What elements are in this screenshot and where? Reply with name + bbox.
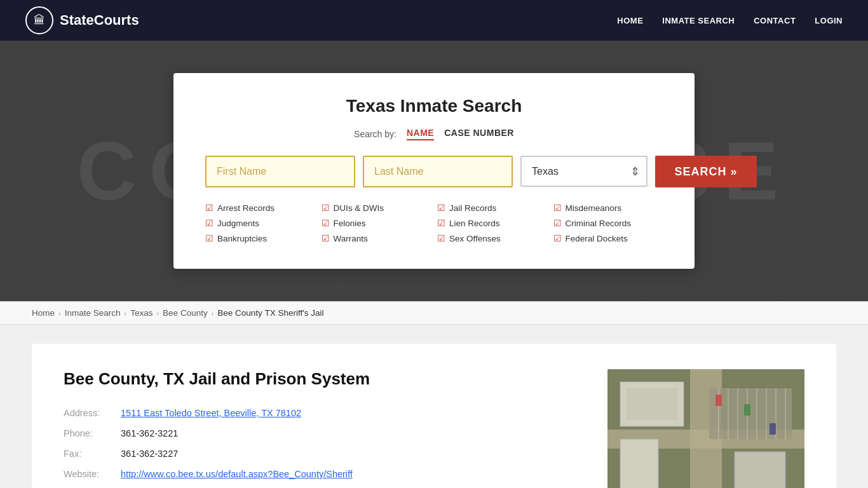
breadcrumb-current: Bee County TX Sheriff's Jail xyxy=(217,308,323,318)
state-select[interactable]: Texas Alabama Alaska California Florida … xyxy=(520,156,648,187)
logo[interactable]: 🏛 StateCourts xyxy=(25,6,139,34)
check-icon-3: ☑ xyxy=(322,203,330,213)
check-label-5: Warrants xyxy=(334,234,368,243)
check-icon-4: ☑ xyxy=(322,218,330,228)
svg-rect-19 xyxy=(744,404,750,416)
breadcrumb-sep-1: › xyxy=(58,309,61,317)
main-nav: HOME INMATE SEARCH CONTACT LOGIN xyxy=(617,16,843,25)
phone-value: 361-362-3221 xyxy=(121,428,178,438)
checkboxes-grid: ☑ Arrest Records ☑ DUIs & DWIs ☑ Jail Re… xyxy=(205,203,663,243)
tab-case-number[interactable]: CASE NUMBER xyxy=(444,128,514,140)
check-label-10: Criminal Records xyxy=(566,219,632,228)
check-arrest-records: ☑ Arrest Records xyxy=(205,203,315,213)
fax-row: Fax: 361-362-3227 xyxy=(64,449,508,459)
check-label-6: Jail Records xyxy=(449,203,496,213)
modal-title: Texas Inmate Search xyxy=(205,96,663,116)
check-warrants: ☑ Warrants xyxy=(322,233,431,243)
address-label: Address: xyxy=(64,408,121,418)
check-sex-offenses: ☑ Sex Offenses xyxy=(437,233,547,243)
website-row: Website: http://www.co.bee.tx.us/default… xyxy=(64,469,508,479)
check-label-7: Lien Records xyxy=(449,219,500,228)
check-federal-dockets: ☑ Federal Dockets xyxy=(553,233,663,243)
check-jail-records: ☑ Jail Records xyxy=(437,203,547,213)
check-judgments: ☑ Judgments xyxy=(205,218,315,228)
phone-row: Phone: 361-362-3221 xyxy=(64,428,508,438)
logo-text: StateCourts xyxy=(60,12,139,29)
check-misdemeanors: ☑ Misdemeanors xyxy=(553,203,663,213)
search-inputs-row: Texas Alabama Alaska California Florida … xyxy=(205,156,663,187)
check-label-9: Misdemeanors xyxy=(566,203,622,213)
svg-rect-14 xyxy=(627,388,677,420)
check-icon-1: ☑ xyxy=(205,218,214,228)
tab-name[interactable]: NAME xyxy=(407,128,434,140)
check-icon-6: ☑ xyxy=(437,203,445,213)
breadcrumb-texas[interactable]: Texas xyxy=(130,308,153,318)
nav-inmate-search[interactable]: INMATE SEARCH xyxy=(662,16,735,25)
website-label: Website: xyxy=(64,469,121,479)
address-value[interactable]: 1511 East Toledo Street, Beeville, TX 78… xyxy=(121,408,301,418)
breadcrumb-sep-3: › xyxy=(156,309,159,317)
site-header: 🏛 StateCourts HOME INMATE SEARCH CONTACT… xyxy=(0,0,868,41)
check-label-11: Federal Dockets xyxy=(566,234,628,243)
svg-rect-17 xyxy=(715,395,722,406)
breadcrumb-sep-4: › xyxy=(212,309,214,317)
check-icon-2: ☑ xyxy=(205,233,214,243)
phone-label: Phone: xyxy=(64,428,121,438)
check-icon-5: ☑ xyxy=(322,233,330,243)
breadcrumb-bee-county[interactable]: Bee County xyxy=(163,308,208,318)
hero-section: COURTHOUSE Texas Inmate Search Search by… xyxy=(0,41,868,301)
nav-login[interactable]: LOGIN xyxy=(815,16,843,25)
check-label-4: Felonies xyxy=(334,219,366,228)
website-link[interactable]: http://www.co.bee.tx.us/default.aspx?Bee… xyxy=(121,469,353,479)
state-select-wrapper: Texas Alabama Alaska California Florida … xyxy=(520,156,648,187)
breadcrumb: Home › Inmate Search › Texas › Bee Count… xyxy=(0,301,868,325)
check-label-2: Bankruptcies xyxy=(217,234,267,243)
search-modal: Texas Inmate Search Search by: NAME CASE… xyxy=(173,73,695,269)
check-label-8: Sex Offenses xyxy=(449,234,501,243)
facility-image xyxy=(607,369,804,488)
check-label-1: Judgments xyxy=(217,219,259,228)
facility-card: Bee County, TX Jail and Prison System Ad… xyxy=(32,344,836,488)
address-row: Address: 1511 East Toledo Street, Beevil… xyxy=(64,408,508,418)
fax-value: 361-362-3227 xyxy=(121,449,178,459)
check-label-3: DUIs & DWIs xyxy=(334,203,384,213)
check-icon-10: ☑ xyxy=(553,218,562,228)
facility-image-wrapper xyxy=(607,369,804,488)
svg-rect-18 xyxy=(770,423,776,435)
main-content: Bee County, TX Jail and Prison System Ad… xyxy=(0,325,868,488)
check-lien-records: ☑ Lien Records xyxy=(437,218,547,228)
check-label-0: Arrest Records xyxy=(217,203,275,213)
nav-contact[interactable]: CONTACT xyxy=(754,16,796,25)
breadcrumb-sep-2: › xyxy=(124,309,126,317)
svg-rect-15 xyxy=(620,439,658,488)
search-by-row: Search by: NAME CASE NUMBER xyxy=(205,128,663,140)
check-icon-11: ☑ xyxy=(553,233,562,243)
search-by-label: Search by: xyxy=(354,129,397,139)
check-criminal-records: ☑ Criminal Records xyxy=(553,218,663,228)
fax-label: Fax: xyxy=(64,449,121,459)
check-icon-8: ☑ xyxy=(437,233,445,243)
svg-rect-16 xyxy=(735,452,785,488)
first-name-input[interactable] xyxy=(205,156,355,187)
check-icon-0: ☑ xyxy=(205,203,214,213)
check-icon-7: ☑ xyxy=(437,218,445,228)
breadcrumb-home[interactable]: Home xyxy=(32,308,55,318)
check-icon-9: ☑ xyxy=(553,203,562,213)
nav-home[interactable]: HOME xyxy=(617,16,643,25)
search-button[interactable]: SEARCH » xyxy=(655,156,757,187)
facility-info-table: Address: 1511 East Toledo Street, Beevil… xyxy=(64,408,508,488)
check-duis-dwis: ☑ DUIs & DWIs xyxy=(322,203,431,213)
last-name-input[interactable] xyxy=(363,156,513,187)
breadcrumb-inmate-search[interactable]: Inmate Search xyxy=(65,308,121,318)
check-bankruptcies: ☑ Bankruptcies xyxy=(205,233,315,243)
check-felonies: ☑ Felonies xyxy=(322,218,431,228)
logo-icon: 🏛 xyxy=(25,6,53,34)
